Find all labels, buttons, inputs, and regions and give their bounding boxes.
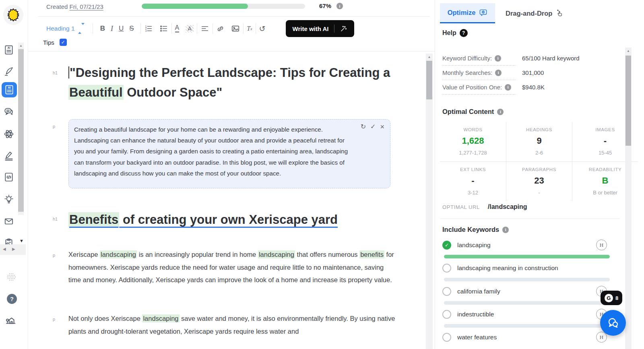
scroll-up-icon[interactable]: ▲ bbox=[18, 44, 24, 47]
tips-toggle-row: Tips ✓ bbox=[43, 39, 67, 46]
keyword-heading-toggle[interactable]: H bbox=[596, 240, 607, 250]
keyword-row[interactable]: indestructibleH bbox=[442, 309, 619, 328]
tab-drag-and-drop[interactable]: Drag-and-Drop bbox=[506, 6, 564, 21]
keyword-check bbox=[442, 241, 451, 250]
sidebar-item-chat[interactable] bbox=[4, 107, 14, 117]
body-paragraph-2[interactable]: Not only does Xeriscape landscaping save… bbox=[68, 312, 395, 338]
sidebar-item-long-form[interactable] bbox=[4, 66, 14, 77]
text-color-button[interactable]: A bbox=[175, 25, 180, 33]
formatting-toolbar: Heading 1 B I U S 123 A A bbox=[46, 19, 354, 38]
keyword-row[interactable]: landscapingH bbox=[442, 240, 619, 258]
clear-formatting-button[interactable]: Tx bbox=[247, 25, 252, 32]
sidebar-item-rewrite[interactable] bbox=[4, 151, 14, 161]
magic-wand-icon[interactable] bbox=[340, 25, 347, 33]
chat-bubbles-icon bbox=[606, 316, 620, 330]
scroll-down-icon[interactable]: ▼ bbox=[19, 238, 24, 243]
ai-suggested-paragraph[interactable]: ↻ ✓ × Creating a beautiful landscape for… bbox=[68, 119, 390, 188]
keyword-label: indestructible bbox=[457, 311, 494, 318]
block-type-label: p bbox=[53, 317, 55, 322]
dismiss-icon[interactable]: × bbox=[380, 123, 384, 131]
tab-optimize[interactable]: Optimize bbox=[440, 3, 495, 23]
sidebar-help-button[interactable]: ? bbox=[7, 294, 17, 304]
progress-info-icon[interactable]: i bbox=[336, 3, 343, 9]
panel-scrollbar[interactable]: ▲ bbox=[625, 47, 632, 349]
keyword-progress-bar bbox=[444, 324, 610, 328]
editor-scrollbar-thumb[interactable] bbox=[426, 61, 432, 99]
sidebar-item-email[interactable] bbox=[4, 216, 14, 227]
scroll-up-icon[interactable]: ▲ bbox=[625, 49, 632, 53]
help-link[interactable]: Help ? bbox=[442, 29, 468, 37]
highlighted-keyword: landscaping bbox=[142, 314, 179, 322]
optimal-url-value: /landscaping bbox=[488, 203, 527, 211]
keyword-row[interactable]: water featuresH bbox=[442, 332, 619, 343]
info-icon[interactable]: i bbox=[505, 84, 511, 91]
help-question-icon: ? bbox=[460, 29, 468, 37]
created-date-value[interactable]: Fri, 07/21/23 bbox=[70, 3, 103, 10]
keyword-row[interactable]: california familyH bbox=[442, 286, 619, 305]
scroll-left-icon[interactable]: ◀ bbox=[3, 247, 6, 251]
info-icon[interactable]: i bbox=[495, 55, 501, 62]
pencil-lines-icon bbox=[4, 151, 14, 161]
block-type-label: h1 bbox=[53, 70, 58, 75]
highlighted-keyword: benefits bbox=[359, 250, 384, 258]
divider bbox=[38, 16, 430, 17]
editor-scrollbar[interactable]: ▲ bbox=[426, 54, 433, 349]
sidebar-item-research[interactable] bbox=[4, 129, 14, 139]
grammarly-count: 8 bbox=[615, 295, 618, 301]
write-with-ai-button[interactable]: Write with AI bbox=[286, 20, 354, 37]
document-title[interactable]: "Designing the Perfect Landscape: Tips f… bbox=[68, 63, 394, 102]
sidebar-scrollbar-thumb[interactable] bbox=[18, 49, 24, 212]
info-icon[interactable]: i bbox=[502, 227, 509, 233]
write-with-ai-label: Write with AI bbox=[293, 25, 329, 32]
undo-button[interactable]: ↺ bbox=[259, 24, 266, 33]
body-paragraph-1[interactable]: Xeriscape landscaping is an increasingly… bbox=[68, 248, 395, 287]
insert-link-button[interactable] bbox=[216, 25, 225, 33]
ai-document-icon: AI bbox=[4, 85, 14, 95]
align-button[interactable] bbox=[200, 24, 209, 33]
ai-suggestion-actions: ↻ ✓ × bbox=[361, 123, 384, 131]
highlight-color-button[interactable]: A bbox=[186, 25, 194, 33]
benefits-heading[interactable]: Benefits of creating your own Xeriscape … bbox=[68, 210, 374, 230]
italic-button[interactable]: I bbox=[111, 25, 113, 33]
app-logo[interactable] bbox=[3, 5, 23, 25]
sun-logo-icon bbox=[6, 8, 20, 22]
sidebar-item-seo-editor-active[interactable]: AI bbox=[2, 82, 17, 97]
sidebar-scrollbar[interactable]: ▲ bbox=[18, 43, 24, 215]
sidebar-horizontal-scroll[interactable]: ◀ ▶ bbox=[0, 244, 26, 255]
sidebar-item-code-snippets[interactable] bbox=[4, 172, 14, 182]
bold-button[interactable]: B bbox=[100, 25, 105, 33]
dotted-globe-icon[interactable] bbox=[6, 271, 17, 283]
sidebar-home-button[interactable] bbox=[5, 314, 17, 325]
intro-paragraph[interactable]: Creating a beautiful landscape for your … bbox=[69, 120, 390, 183]
tips-checkbox[interactable]: ✓ bbox=[60, 39, 67, 46]
info-icon[interactable]: i bbox=[495, 70, 502, 76]
mail-icon bbox=[4, 216, 14, 227]
tab-dragdrop-label: Drag-and-Drop bbox=[506, 10, 552, 17]
scroll-up-icon[interactable]: ▲ bbox=[426, 55, 433, 59]
underline-button[interactable]: U bbox=[119, 25, 124, 33]
strikethrough-button[interactable]: S bbox=[129, 25, 134, 33]
grammarly-badge[interactable]: G 8 bbox=[601, 291, 622, 305]
drag-hand-icon bbox=[555, 9, 564, 17]
scroll-right-icon[interactable]: ▶ bbox=[12, 247, 15, 251]
highlighted-keyword: landscaping bbox=[100, 250, 137, 258]
bullet-list-button[interactable] bbox=[159, 24, 168, 33]
chat-support-button[interactable] bbox=[600, 310, 626, 336]
keyword-progress-bar bbox=[444, 278, 610, 281]
lightbulb-icon bbox=[4, 194, 14, 205]
ordered-list-button[interactable]: 123 bbox=[144, 24, 153, 33]
regenerate-icon[interactable]: ↻ bbox=[361, 123, 366, 131]
keyword-check bbox=[442, 287, 451, 296]
keyword-row[interactable]: landscaping meaning in construction bbox=[442, 262, 619, 281]
sidebar-item-ideas[interactable] bbox=[4, 194, 14, 205]
insert-image-button[interactable] bbox=[231, 24, 240, 33]
sidebar-item-ai-writer[interactable]: AI bbox=[4, 45, 14, 55]
accept-icon[interactable]: ✓ bbox=[370, 123, 376, 131]
grammarly-icon: G bbox=[605, 294, 613, 302]
block-type-label: h1 bbox=[53, 217, 58, 221]
include-keywords-title: Include Keywordsi bbox=[442, 226, 509, 233]
panel-scrollbar-thumb[interactable] bbox=[625, 56, 631, 146]
heading-style-selector[interactable]: Heading 1 bbox=[46, 25, 85, 32]
info-icon[interactable]: i bbox=[497, 109, 504, 115]
stat-keyword-difficulty: Keyword Difficulty:i 65/100 Hard keyword bbox=[442, 55, 636, 66]
